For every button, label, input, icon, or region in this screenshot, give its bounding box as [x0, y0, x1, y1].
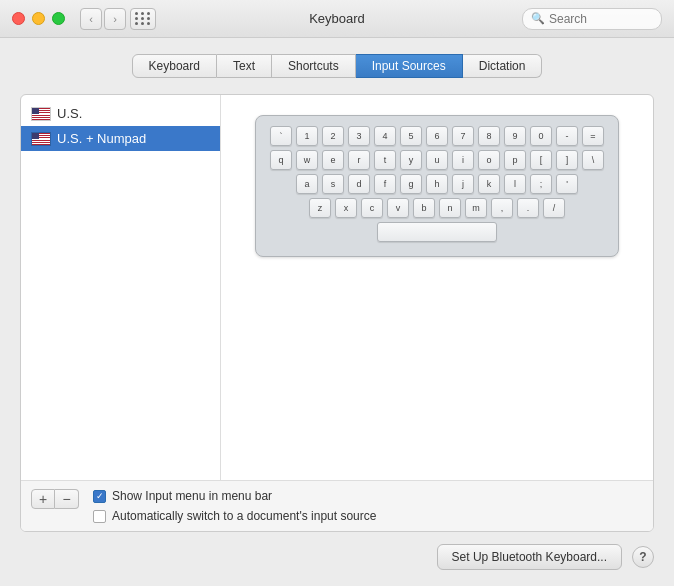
checkbox-row-show-input: ✓ Show Input menu in menu bar: [93, 489, 376, 503]
forward-button[interactable]: ›: [104, 8, 126, 30]
window-title: Keyboard: [309, 11, 365, 26]
tab-text[interactable]: Text: [217, 54, 272, 78]
title-bar: ‹ › Keyboard 🔍: [0, 0, 674, 38]
key-row-0: ` 1 2 3 4 5 6 7 8 9 0 - =: [270, 126, 604, 146]
search-icon: 🔍: [531, 12, 545, 25]
checkbox-row-auto-switch: Automatically switch to a document's inp…: [93, 509, 376, 523]
controls-and-checkboxes: + − ✓ Show Input menu in menu bar Automa…: [21, 480, 653, 531]
key-4: 4: [374, 126, 396, 146]
key-i: i: [452, 150, 474, 170]
key-comma: ,: [491, 198, 513, 218]
key-7: 7: [452, 126, 474, 146]
key-l: l: [504, 174, 526, 194]
key-p: p: [504, 150, 526, 170]
close-button[interactable]: [12, 12, 25, 25]
key-j: j: [452, 174, 474, 194]
window-controls: [12, 12, 65, 25]
nav-arrows: ‹ ›: [80, 8, 126, 30]
minimize-button[interactable]: [32, 12, 45, 25]
tabs-row: Keyboard Text Shortcuts Input Sources Di…: [20, 54, 654, 78]
key-row-space: [270, 222, 604, 242]
list-controls: + −: [31, 489, 79, 509]
key-b: b: [413, 198, 435, 218]
remove-source-button[interactable]: −: [55, 489, 79, 509]
add-source-button[interactable]: +: [31, 489, 55, 509]
key-u: u: [426, 150, 448, 170]
tab-keyboard[interactable]: Keyboard: [132, 54, 217, 78]
maximize-button[interactable]: [52, 12, 65, 25]
back-button[interactable]: ‹: [80, 8, 102, 30]
auto-switch-checkbox[interactable]: [93, 510, 106, 523]
keyboard-preview: ` 1 2 3 4 5 6 7 8 9 0 - =: [221, 95, 653, 480]
key-backtick: `: [270, 126, 292, 146]
us-numpad-flag-icon: [31, 132, 51, 146]
search-input[interactable]: [549, 12, 653, 26]
key-slash: /: [543, 198, 565, 218]
key-w: w: [296, 150, 318, 170]
key-8: 8: [478, 126, 500, 146]
source-us-numpad-label: U.S. + Numpad: [57, 131, 146, 146]
key-e: e: [322, 150, 344, 170]
tab-dictation[interactable]: Dictation: [463, 54, 543, 78]
key-minus: -: [556, 126, 578, 146]
key-quote: ': [556, 174, 578, 194]
key-q: q: [270, 150, 292, 170]
key-9: 9: [504, 126, 526, 146]
key-3: 3: [348, 126, 370, 146]
key-m: m: [465, 198, 487, 218]
key-equals: =: [582, 126, 604, 146]
key-k: k: [478, 174, 500, 194]
key-d: d: [348, 174, 370, 194]
key-6: 6: [426, 126, 448, 146]
tab-shortcuts[interactable]: Shortcuts: [272, 54, 356, 78]
key-n: n: [439, 198, 461, 218]
key-s: s: [322, 174, 344, 194]
key-backslash: \: [582, 150, 604, 170]
key-c: c: [361, 198, 383, 218]
tab-input-sources[interactable]: Input Sources: [356, 54, 463, 78]
source-us-numpad[interactable]: U.S. + Numpad: [21, 126, 220, 151]
key-h: h: [426, 174, 448, 194]
key-t: t: [374, 150, 396, 170]
main-content: Keyboard Text Shortcuts Input Sources Di…: [0, 38, 674, 586]
search-box[interactable]: 🔍: [522, 8, 662, 30]
sources-list: U.S. U.S. + Numpad: [21, 95, 221, 480]
us-flag-icon: [31, 107, 51, 121]
source-us-label: U.S.: [57, 106, 82, 121]
keyboard-layout: ` 1 2 3 4 5 6 7 8 9 0 - =: [255, 115, 619, 257]
key-x: x: [335, 198, 357, 218]
key-space: [377, 222, 497, 242]
key-lbracket: [: [530, 150, 552, 170]
key-1: 1: [296, 126, 318, 146]
checkbox-options: ✓ Show Input menu in menu bar Automatica…: [93, 489, 376, 523]
panel-inner: U.S. U.S. + Numpad ` 1 2 3: [21, 95, 653, 480]
setup-bluetooth-button[interactable]: Set Up Bluetooth Keyboard...: [437, 544, 622, 570]
auto-switch-label: Automatically switch to a document's inp…: [112, 509, 376, 523]
key-row-1: q w e r t y u i o p [ ] \: [270, 150, 604, 170]
key-0: 0: [530, 126, 552, 146]
key-period: .: [517, 198, 539, 218]
grid-icon: [135, 12, 151, 25]
key-semicolon: ;: [530, 174, 552, 194]
help-button[interactable]: ?: [632, 546, 654, 568]
bottom-bar: Set Up Bluetooth Keyboard... ?: [20, 532, 654, 570]
key-o: o: [478, 150, 500, 170]
show-input-menu-checkbox[interactable]: ✓: [93, 490, 106, 503]
key-2: 2: [322, 126, 344, 146]
panel: U.S. U.S. + Numpad ` 1 2 3: [20, 94, 654, 532]
key-y: y: [400, 150, 422, 170]
key-z: z: [309, 198, 331, 218]
key-a: a: [296, 174, 318, 194]
key-rbracket: ]: [556, 150, 578, 170]
grid-button[interactable]: [130, 8, 156, 30]
key-row-3: z x c v b n m , . /: [270, 198, 604, 218]
key-g: g: [400, 174, 422, 194]
key-f: f: [374, 174, 396, 194]
key-r: r: [348, 150, 370, 170]
show-input-menu-label: Show Input menu in menu bar: [112, 489, 272, 503]
key-row-2: a s d f g h j k l ; ': [270, 174, 604, 194]
key-5: 5: [400, 126, 422, 146]
source-us[interactable]: U.S.: [21, 101, 220, 126]
key-v: v: [387, 198, 409, 218]
